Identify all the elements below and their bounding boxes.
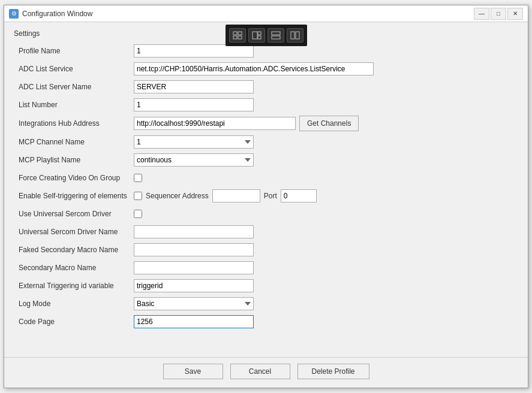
toolbar-button-4[interactable] [287, 28, 303, 43]
settings-content: Settings Profile Name ADC List Service A… [4, 22, 528, 357]
mcp-channel-name-label: MCP Channel Name [14, 138, 134, 146]
force-creating-label: Force Creating Video On Group [14, 174, 134, 182]
toolbar-button-1[interactable] [229, 28, 246, 43]
mcp-playlist-name-row: MCP Playlist Name continuous single loop [14, 153, 518, 167]
title-bar: ⚙ Configuration Window — □ ✕ [4, 5, 528, 22]
code-page-input[interactable] [134, 315, 254, 328]
external-triggering-label: External Triggering id variable [14, 282, 134, 290]
sequencer-address-input[interactable] [212, 189, 260, 202]
profile-name-label: Profile Name [14, 47, 134, 55]
force-creating-checkbox[interactable] [134, 174, 142, 182]
port-input[interactable] [281, 189, 317, 202]
svg-rect-9 [291, 32, 294, 39]
list-number-input[interactable] [134, 98, 254, 111]
integrations-hub-address-label: Integrations Hub Address [14, 119, 134, 128]
adc-list-service-input[interactable] [134, 62, 374, 75]
secondary-macro-label: Secondary Macro Name [14, 264, 134, 272]
force-creating-row: Force Creating Video On Group [14, 171, 518, 185]
svg-rect-1 [238, 32, 242, 35]
port-label: Port [264, 192, 277, 200]
secondary-macro-row: Secondary Macro Name [14, 261, 518, 275]
window-title: Configuration Window [22, 10, 474, 18]
svg-rect-6 [258, 36, 261, 39]
enable-self-triggering-row: Enable Self-triggering of elements Seque… [14, 189, 518, 203]
mcp-playlist-name-label: MCP Playlist Name [14, 156, 134, 164]
adc-list-server-name-label: ADC List Server Name [14, 83, 134, 91]
footer: Save Cancel Delete Profile [4, 357, 528, 388]
log-mode-select[interactable]: Basic Verbose Debug [134, 297, 254, 310]
mcp-channel-name-row: MCP Channel Name 1 2 3 [14, 135, 518, 149]
log-mode-row: Log Mode Basic Verbose Debug [14, 297, 518, 311]
integrations-hub-address-input[interactable] [134, 117, 296, 130]
integrations-hub-address-row: Integrations Hub Address Get Channels [14, 116, 518, 131]
log-mode-label: Log Mode [14, 300, 134, 308]
sequencer-address-label: Sequencer Address [146, 192, 209, 200]
list-number-label: List Number [14, 101, 134, 109]
toolbar-button-3[interactable] [267, 28, 284, 43]
svg-rect-3 [238, 36, 242, 39]
enable-self-triggering-checkbox[interactable] [134, 192, 142, 200]
svg-rect-0 [233, 32, 237, 35]
delete-profile-button[interactable]: Delete Profile [297, 364, 369, 379]
list-number-row: List Number [14, 98, 518, 112]
svg-rect-7 [272, 32, 280, 35]
universal-sercom-driver-name-label: Universal Sercom Driver Name [14, 228, 134, 236]
profile-name-input[interactable] [134, 44, 254, 58]
adc-list-server-name-row: ADC List Server Name [14, 80, 518, 94]
title-controls: — □ ✕ [474, 8, 523, 20]
faked-secondary-macro-label: Faked Secondary Macro Name [14, 246, 134, 254]
window-icon: ⚙ [9, 9, 19, 19]
get-channels-button[interactable]: Get Channels [299, 116, 359, 131]
external-triggering-input[interactable] [134, 279, 254, 292]
minimize-button[interactable]: — [474, 8, 489, 20]
adc-list-service-label: ADC List Service [14, 65, 134, 73]
adc-list-service-row: ADC List Service [14, 62, 518, 76]
use-universal-sercom-label: Use Universal Sercom Driver [14, 210, 134, 218]
enable-self-triggering-label: Enable Self-triggering of elements [14, 192, 134, 200]
close-button[interactable]: ✕ [507, 8, 523, 20]
use-universal-sercom-row: Use Universal Sercom Driver [14, 207, 518, 221]
use-universal-sercom-checkbox[interactable] [134, 210, 142, 218]
adc-list-server-name-input[interactable] [134, 80, 254, 93]
universal-sercom-driver-name-input[interactable] [134, 225, 254, 238]
toolbar [226, 25, 307, 46]
save-button[interactable]: Save [163, 364, 223, 379]
configuration-window: ⚙ Configuration Window — □ ✕ [4, 5, 528, 388]
mcp-channel-name-select[interactable]: 1 2 3 [134, 135, 254, 149]
faked-secondary-macro-input[interactable] [134, 243, 254, 256]
svg-rect-4 [253, 32, 257, 39]
code-page-label: Code Page [14, 318, 134, 326]
svg-rect-10 [296, 32, 299, 39]
svg-rect-2 [233, 36, 237, 39]
universal-sercom-driver-name-row: Universal Sercom Driver Name [14, 225, 518, 239]
mcp-playlist-name-select[interactable]: continuous single loop [134, 153, 254, 167]
cancel-button[interactable]: Cancel [230, 364, 290, 379]
faked-secondary-macro-row: Faked Secondary Macro Name [14, 243, 518, 257]
svg-rect-5 [258, 32, 261, 35]
code-page-row: Code Page [14, 315, 518, 329]
maximize-button[interactable]: □ [491, 8, 506, 20]
secondary-macro-input[interactable] [134, 261, 254, 274]
toolbar-button-2[interactable] [248, 28, 265, 43]
external-triggering-row: External Triggering id variable [14, 279, 518, 293]
svg-rect-8 [272, 36, 280, 39]
